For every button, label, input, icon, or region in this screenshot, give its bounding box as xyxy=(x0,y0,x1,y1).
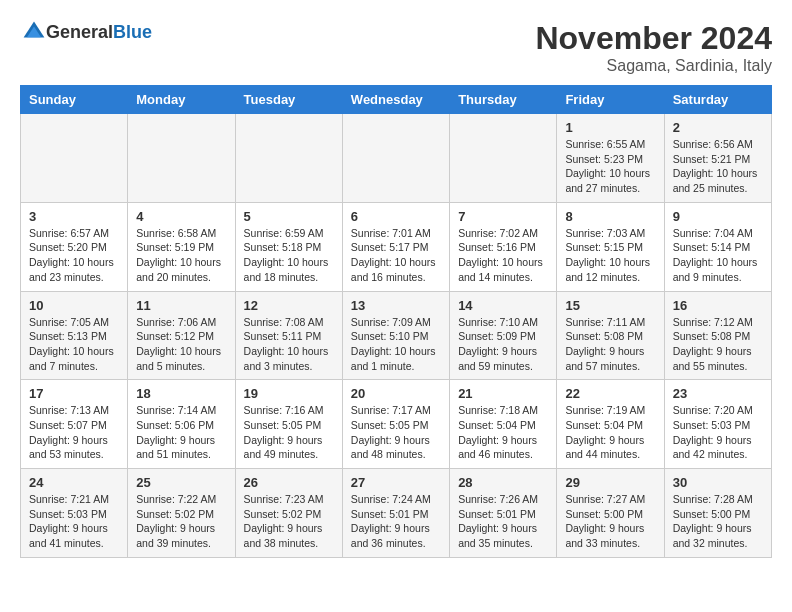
day-number: 27 xyxy=(351,475,441,490)
logo-icon xyxy=(22,20,46,44)
calendar-cell: 25Sunrise: 7:22 AM Sunset: 5:02 PM Dayli… xyxy=(128,469,235,558)
calendar-cell: 22Sunrise: 7:19 AM Sunset: 5:04 PM Dayli… xyxy=(557,380,664,469)
day-number: 10 xyxy=(29,298,119,313)
calendar-week-row: 1Sunrise: 6:55 AM Sunset: 5:23 PM Daylig… xyxy=(21,114,772,203)
day-number: 17 xyxy=(29,386,119,401)
day-number: 1 xyxy=(565,120,655,135)
day-info: Sunrise: 7:21 AM Sunset: 5:03 PM Dayligh… xyxy=(29,492,119,551)
day-info: Sunrise: 7:23 AM Sunset: 5:02 PM Dayligh… xyxy=(244,492,334,551)
day-info: Sunrise: 7:22 AM Sunset: 5:02 PM Dayligh… xyxy=(136,492,226,551)
day-number: 18 xyxy=(136,386,226,401)
day-number: 26 xyxy=(244,475,334,490)
calendar-cell: 5Sunrise: 6:59 AM Sunset: 5:18 PM Daylig… xyxy=(235,202,342,291)
calendar-cell: 20Sunrise: 7:17 AM Sunset: 5:05 PM Dayli… xyxy=(342,380,449,469)
calendar-cell xyxy=(342,114,449,203)
weekday-header-friday: Friday xyxy=(557,86,664,114)
day-info: Sunrise: 6:58 AM Sunset: 5:19 PM Dayligh… xyxy=(136,226,226,285)
calendar-cell: 12Sunrise: 7:08 AM Sunset: 5:11 PM Dayli… xyxy=(235,291,342,380)
logo-general: General xyxy=(46,22,113,42)
day-number: 13 xyxy=(351,298,441,313)
calendar-cell: 16Sunrise: 7:12 AM Sunset: 5:08 PM Dayli… xyxy=(664,291,771,380)
day-number: 3 xyxy=(29,209,119,224)
calendar-cell: 1Sunrise: 6:55 AM Sunset: 5:23 PM Daylig… xyxy=(557,114,664,203)
calendar-cell: 18Sunrise: 7:14 AM Sunset: 5:06 PM Dayli… xyxy=(128,380,235,469)
title-section: November 2024 Sagama, Sardinia, Italy xyxy=(535,20,772,75)
weekday-header-monday: Monday xyxy=(128,86,235,114)
calendar-cell: 28Sunrise: 7:26 AM Sunset: 5:01 PM Dayli… xyxy=(450,469,557,558)
calendar-cell: 27Sunrise: 7:24 AM Sunset: 5:01 PM Dayli… xyxy=(342,469,449,558)
day-info: Sunrise: 7:04 AM Sunset: 5:14 PM Dayligh… xyxy=(673,226,763,285)
weekday-header-sunday: Sunday xyxy=(21,86,128,114)
calendar-cell: 3Sunrise: 6:57 AM Sunset: 5:20 PM Daylig… xyxy=(21,202,128,291)
day-info: Sunrise: 7:02 AM Sunset: 5:16 PM Dayligh… xyxy=(458,226,548,285)
day-number: 9 xyxy=(673,209,763,224)
calendar-cell: 13Sunrise: 7:09 AM Sunset: 5:10 PM Dayli… xyxy=(342,291,449,380)
day-info: Sunrise: 7:13 AM Sunset: 5:07 PM Dayligh… xyxy=(29,403,119,462)
logo: GeneralBlue xyxy=(20,20,152,44)
day-number: 22 xyxy=(565,386,655,401)
calendar-cell: 24Sunrise: 7:21 AM Sunset: 5:03 PM Dayli… xyxy=(21,469,128,558)
day-number: 12 xyxy=(244,298,334,313)
day-info: Sunrise: 7:20 AM Sunset: 5:03 PM Dayligh… xyxy=(673,403,763,462)
calendar-week-row: 17Sunrise: 7:13 AM Sunset: 5:07 PM Dayli… xyxy=(21,380,772,469)
logo-text: GeneralBlue xyxy=(46,22,152,43)
weekday-header-thursday: Thursday xyxy=(450,86,557,114)
day-info: Sunrise: 7:06 AM Sunset: 5:12 PM Dayligh… xyxy=(136,315,226,374)
day-info: Sunrise: 6:59 AM Sunset: 5:18 PM Dayligh… xyxy=(244,226,334,285)
weekday-header-row: SundayMondayTuesdayWednesdayThursdayFrid… xyxy=(21,86,772,114)
day-info: Sunrise: 7:26 AM Sunset: 5:01 PM Dayligh… xyxy=(458,492,548,551)
calendar-week-row: 10Sunrise: 7:05 AM Sunset: 5:13 PM Dayli… xyxy=(21,291,772,380)
weekday-header-wednesday: Wednesday xyxy=(342,86,449,114)
day-info: Sunrise: 7:16 AM Sunset: 5:05 PM Dayligh… xyxy=(244,403,334,462)
day-number: 29 xyxy=(565,475,655,490)
calendar-cell: 4Sunrise: 6:58 AM Sunset: 5:19 PM Daylig… xyxy=(128,202,235,291)
day-number: 24 xyxy=(29,475,119,490)
location: Sagama, Sardinia, Italy xyxy=(535,57,772,75)
calendar-week-row: 3Sunrise: 6:57 AM Sunset: 5:20 PM Daylig… xyxy=(21,202,772,291)
weekday-header-saturday: Saturday xyxy=(664,86,771,114)
calendar-cell: 26Sunrise: 7:23 AM Sunset: 5:02 PM Dayli… xyxy=(235,469,342,558)
day-number: 14 xyxy=(458,298,548,313)
day-number: 7 xyxy=(458,209,548,224)
day-info: Sunrise: 7:11 AM Sunset: 5:08 PM Dayligh… xyxy=(565,315,655,374)
page-header: GeneralBlue November 2024 Sagama, Sardin… xyxy=(20,20,772,75)
calendar-cell: 2Sunrise: 6:56 AM Sunset: 5:21 PM Daylig… xyxy=(664,114,771,203)
calendar-cell: 17Sunrise: 7:13 AM Sunset: 5:07 PM Dayli… xyxy=(21,380,128,469)
day-number: 8 xyxy=(565,209,655,224)
calendar-cell: 10Sunrise: 7:05 AM Sunset: 5:13 PM Dayli… xyxy=(21,291,128,380)
day-number: 19 xyxy=(244,386,334,401)
day-info: Sunrise: 7:01 AM Sunset: 5:17 PM Dayligh… xyxy=(351,226,441,285)
day-info: Sunrise: 7:28 AM Sunset: 5:00 PM Dayligh… xyxy=(673,492,763,551)
calendar-cell: 29Sunrise: 7:27 AM Sunset: 5:00 PM Dayli… xyxy=(557,469,664,558)
day-info: Sunrise: 7:18 AM Sunset: 5:04 PM Dayligh… xyxy=(458,403,548,462)
day-number: 23 xyxy=(673,386,763,401)
calendar-cell: 23Sunrise: 7:20 AM Sunset: 5:03 PM Dayli… xyxy=(664,380,771,469)
calendar-cell: 21Sunrise: 7:18 AM Sunset: 5:04 PM Dayli… xyxy=(450,380,557,469)
month-year: November 2024 xyxy=(535,20,772,57)
day-info: Sunrise: 7:08 AM Sunset: 5:11 PM Dayligh… xyxy=(244,315,334,374)
day-info: Sunrise: 7:19 AM Sunset: 5:04 PM Dayligh… xyxy=(565,403,655,462)
day-number: 15 xyxy=(565,298,655,313)
calendar-week-row: 24Sunrise: 7:21 AM Sunset: 5:03 PM Dayli… xyxy=(21,469,772,558)
day-number: 11 xyxy=(136,298,226,313)
day-info: Sunrise: 6:57 AM Sunset: 5:20 PM Dayligh… xyxy=(29,226,119,285)
calendar-cell xyxy=(450,114,557,203)
calendar-cell: 11Sunrise: 7:06 AM Sunset: 5:12 PM Dayli… xyxy=(128,291,235,380)
day-info: Sunrise: 7:17 AM Sunset: 5:05 PM Dayligh… xyxy=(351,403,441,462)
day-number: 21 xyxy=(458,386,548,401)
logo-blue: Blue xyxy=(113,22,152,42)
calendar-cell: 30Sunrise: 7:28 AM Sunset: 5:00 PM Dayli… xyxy=(664,469,771,558)
calendar-cell: 7Sunrise: 7:02 AM Sunset: 5:16 PM Daylig… xyxy=(450,202,557,291)
calendar-cell: 14Sunrise: 7:10 AM Sunset: 5:09 PM Dayli… xyxy=(450,291,557,380)
calendar-cell: 6Sunrise: 7:01 AM Sunset: 5:17 PM Daylig… xyxy=(342,202,449,291)
calendar-cell: 15Sunrise: 7:11 AM Sunset: 5:08 PM Dayli… xyxy=(557,291,664,380)
calendar-cell: 19Sunrise: 7:16 AM Sunset: 5:05 PM Dayli… xyxy=(235,380,342,469)
day-info: Sunrise: 7:14 AM Sunset: 5:06 PM Dayligh… xyxy=(136,403,226,462)
day-number: 4 xyxy=(136,209,226,224)
day-info: Sunrise: 7:24 AM Sunset: 5:01 PM Dayligh… xyxy=(351,492,441,551)
day-number: 5 xyxy=(244,209,334,224)
day-number: 16 xyxy=(673,298,763,313)
day-number: 28 xyxy=(458,475,548,490)
calendar-cell xyxy=(21,114,128,203)
day-info: Sunrise: 7:09 AM Sunset: 5:10 PM Dayligh… xyxy=(351,315,441,374)
